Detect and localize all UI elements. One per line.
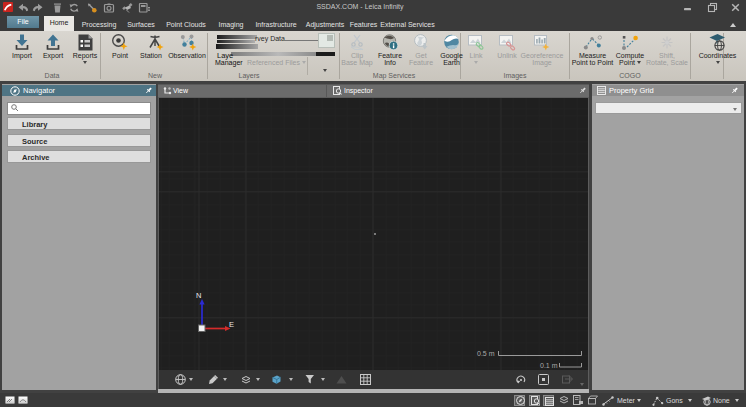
svg-text:N: N	[196, 291, 201, 300]
svg-text:E: E	[229, 320, 234, 329]
